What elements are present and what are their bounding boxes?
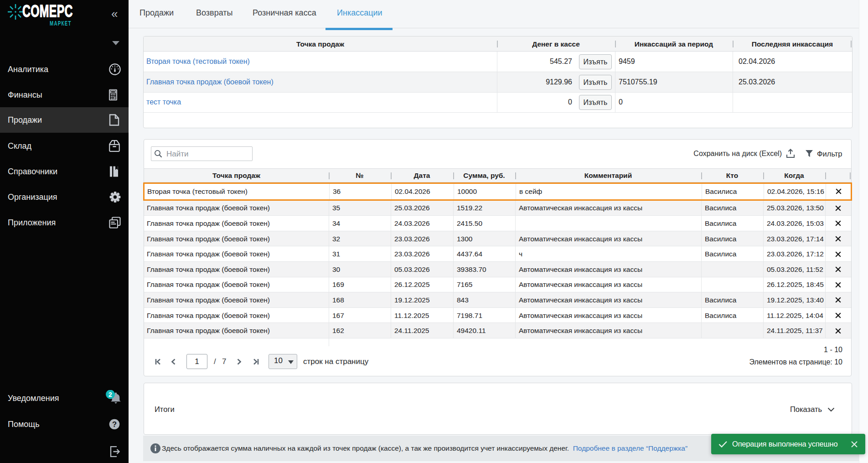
svg-text:2: 2 (108, 391, 112, 398)
svg-text:?: ? (112, 420, 117, 428)
